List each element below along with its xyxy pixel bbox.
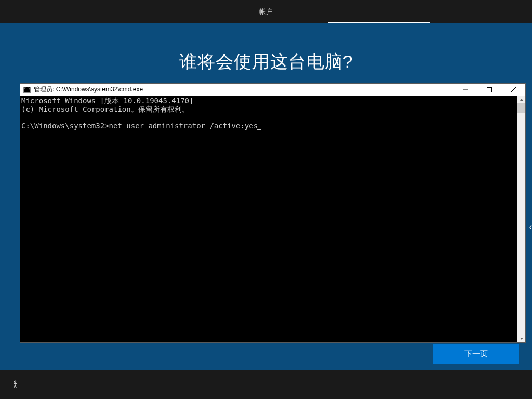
bottom-bar [0,370,532,399]
cmd-output-line: Microsoft Windows [版本 10.0.19045.4170] [21,97,193,105]
next-button[interactable]: 下一页 [433,344,519,364]
cmd-output-line: (c) Microsoft Corporation。保留所有权利。 [21,105,189,113]
setup-title: 谁将会使用这台电脑? [0,50,532,74]
cmd-icon [23,87,31,93]
cmd-body[interactable]: Microsoft Windows [版本 10.0.19045.4170] (… [20,96,517,342]
svg-rect-2 [487,87,492,92]
cmd-window: 管理员: C:\Windows\system32\cmd.exe Microso… [20,83,526,343]
tab-underline [328,22,430,23]
cmd-title: 管理员: C:\Windows\system32\cmd.exe [34,85,143,94]
minimize-button[interactable] [454,84,477,96]
window-controls [454,84,525,96]
side-chevron-icon: ‹ [529,222,532,232]
scroll-up-button[interactable] [517,96,525,103]
scroll-down-button[interactable] [517,335,525,342]
maximize-button[interactable] [477,84,501,96]
top-bar: 帐户 [0,0,532,23]
cmd-scrollbar[interactable] [517,96,525,342]
cmd-input: net user administrator /active:yes [109,122,258,130]
close-button[interactable] [501,84,525,96]
cmd-cursor [257,129,261,130]
svg-point-0 [15,381,16,382]
cmd-titlebar[interactable]: 管理员: C:\Windows\system32\cmd.exe [20,84,525,96]
scroll-track[interactable] [517,103,525,335]
scroll-thumb[interactable] [517,103,525,113]
accessibility-icon[interactable] [10,380,20,389]
cmd-prompt: C:\Windows\system32> [21,122,109,130]
tab-account[interactable]: 帐户 [238,0,294,23]
